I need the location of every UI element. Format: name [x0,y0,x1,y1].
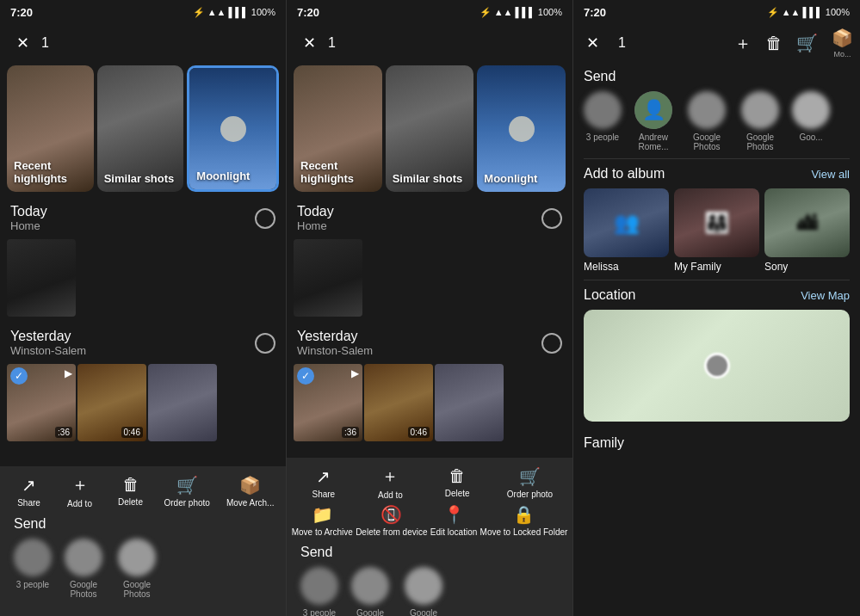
close-button-1[interactable]: ✕ [10,31,34,55]
select-count-1: 1 [41,35,49,51]
view-all-button-3[interactable]: View all [811,168,850,181]
highlight-card-moon-1[interactable]: Moonlight [187,65,279,192]
today-select-2[interactable] [541,208,562,229]
moon-icon-1 [220,116,246,142]
deletedev-label-2: Delete from device [356,527,427,538]
toolbar-addto-2[interactable]: ＋ Add to [373,465,407,501]
highlight-label-recent-2: Recent highlights [300,159,382,185]
toolbar-share-2[interactable]: ↗ Share [306,466,341,500]
location-icon-2: 📍 [443,504,465,525]
action-order-3[interactable]: 🛒 [796,33,818,53]
gp2-label-1: Google Photos [115,580,158,599]
send-avatar-people-3[interactable]: 3 people [584,91,622,151]
today-select-1[interactable] [255,208,275,229]
photo-duration-2: 0:46 [121,427,143,438]
toolbar-archive-2[interactable]: 📁 Move to Archive [292,504,353,538]
highlight-card-recent-1[interactable]: Recent highlights [7,65,94,192]
yesterday-select-1[interactable] [255,333,275,354]
location-label-2: Edit location [430,527,477,538]
album-myfamily-3[interactable]: 👨‍👩‍👧 My Family [674,188,759,273]
send-avatar-people-1[interactable]: 3 people [14,539,52,599]
gp3-avatar-3 [792,91,830,129]
toolbar-addto-1[interactable]: ＋ Add to [63,473,97,509]
addto-icon-2: ＋ [381,465,399,488]
gp1-avatar-1 [65,539,102,576]
sony-photo-3: 🏙 [764,188,850,257]
addto-label-1: Add to [67,499,92,509]
send-avatar-andrew-3[interactable]: 👤 Andrew Rome... [632,91,675,151]
yesterday-select-2[interactable] [541,333,562,354]
deletedev-icon-2: 📵 [381,504,402,525]
toolbar-row-2a: ↗ Share ＋ Add to 🗑 Delete 🛒 Order photo [290,465,569,501]
highlight-label-similar-2: Similar shots [393,172,463,185]
toolbar-location-2[interactable]: 📍 Edit location [430,504,477,538]
photo-sofa-2[interactable] [435,364,504,441]
map-preview-3[interactable] [584,310,850,422]
highlight-card-similar-1[interactable]: Similar shots [97,65,184,192]
family-section: Family [573,428,860,458]
photo-duration-4: 0:46 [408,427,430,438]
highlight-card-moon-2[interactable]: Moonlight [477,65,566,192]
people-avatar-1 [14,539,52,576]
map-background-3 [584,310,850,422]
toolbar-archive-1[interactable]: 📦 Move Arch... [226,475,275,508]
bluetooth-icon-2: ⚡ [479,7,492,18]
photo-food-2[interactable]: 0:46 [364,364,433,441]
album-sony-3[interactable]: 🏙 Sony [764,188,850,273]
highlight-card-recent-2[interactable]: Recent highlights [294,65,382,192]
andrew-avatar-3: 👤 [634,91,672,129]
toolbar-deletedev-2[interactable]: 📵 Delete from device [356,504,427,538]
send-section-1: Send 3 people Google Photos Google Photo… [3,509,282,606]
people-avatar-2 [300,567,338,605]
melissa-name-3: Melissa [584,261,669,273]
gp2-avatar-1 [118,539,156,576]
locked-label-2: Move to Locked Folder [480,527,568,538]
toolbar-order-2[interactable]: 🛒 Order photo [507,466,553,500]
panel-3: 7:20 ⚡ ▲▲ ▌▌▌ 100% ✕ 1 ＋ 🗑 🛒 📦 Mo... [573,0,860,616]
toolbar-order-1[interactable]: 🛒 Order photo [164,475,210,508]
photo-bag-1[interactable] [7,239,76,317]
send-avatar-gp2-3[interactable]: Google Photos [739,91,782,151]
signal-icon: ▌▌▌ [228,7,248,17]
highlight-card-similar-2[interactable]: Similar shots [386,65,474,192]
close-button-2[interactable]: ✕ [297,31,321,55]
toolbar-delete-1[interactable]: 🗑 Delete [114,475,148,508]
send-avatar-gp3-3[interactable]: Goo... [792,91,830,151]
photo-sofa-1[interactable] [148,364,217,441]
myfamily-photo-3: 👨‍👩‍👧 [674,188,759,257]
send-avatar-gp1-1[interactable]: Google Photos [62,539,105,599]
today-photos-1 [0,236,286,320]
sony-name-3: Sony [764,261,850,273]
location-section-3: Location View Map [573,280,860,428]
album-melissa-3[interactable]: 👥 Melissa [584,188,669,273]
close-button-3[interactable]: ✕ [580,31,604,55]
people-label-2: 3 people [303,608,336,616]
send-avatar-gp1-3[interactable]: Google Photos [685,91,728,151]
gp2-label-3: Google Photos [739,132,782,151]
delete-icon-2: 🗑 [449,466,466,486]
photo-food-1[interactable]: 0:46 [77,364,146,441]
send-avatar-gp1-2[interactable]: Google Photos [349,567,392,616]
gp2-avatar-3 [741,91,779,129]
highlights-row-1: Recent highlights Similar shots Moonligh… [0,62,286,195]
action-archive-3[interactable]: 📦 Mo... [832,28,853,59]
toolbar-delete-2[interactable]: 🗑 Delete [440,466,474,499]
send-avatar-gp2-1[interactable]: Google Photos [115,539,158,599]
photo-dog-1[interactable]: ✓ ▶ :36 [7,364,76,441]
status-icons-1: ⚡ ▲▲ ▌▌▌ 100% [193,7,275,18]
yesterday-title-2: Yesterday [297,329,373,344]
photo-bag-2[interactable] [294,239,362,317]
highlight-label-moon-2: Moonlight [484,172,537,185]
action-delete-3[interactable]: 🗑 [765,34,783,53]
send-avatar-gp2-2[interactable]: Google Photos [402,567,445,616]
toolbar-share-1[interactable]: ↗ Share [12,475,46,508]
send-title-3: Send [584,69,850,84]
highlight-label-similar-1: Similar shots [104,172,175,185]
photo-dog-2[interactable]: ✓ ▶ :36 [294,364,362,441]
send-avatar-people-2[interactable]: 3 people [300,567,338,616]
action-addto-3[interactable]: ＋ [734,32,752,55]
view-map-button-3[interactable]: View Map [801,289,850,302]
albums-header-3: Add to album View all [584,166,850,182]
toolbar-locked-2[interactable]: 🔒 Move to Locked Folder [480,504,568,538]
share-icon-2: ↗ [316,466,331,487]
